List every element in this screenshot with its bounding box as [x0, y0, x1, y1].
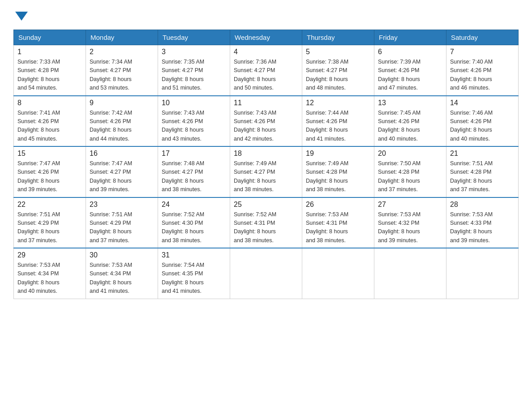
calendar-cell: 11 Sunrise: 7:43 AM Sunset: 4:26 PM Dayl… — [230, 96, 302, 147]
day-number: 14 — [450, 99, 515, 107]
calendar-cell: 14 Sunrise: 7:46 AM Sunset: 4:26 PM Dayl… — [446, 96, 519, 147]
day-info: Sunrise: 7:51 AM Sunset: 4:28 PM Dayligh… — [450, 159, 515, 194]
day-info: Sunrise: 7:47 AM Sunset: 4:27 PM Dayligh… — [90, 159, 154, 194]
day-number: 20 — [378, 150, 442, 158]
calendar-cell: 12 Sunrise: 7:44 AM Sunset: 4:26 PM Dayl… — [302, 96, 374, 147]
calendar-week-row: 29 Sunrise: 7:53 AM Sunset: 4:34 PM Dayl… — [14, 248, 519, 299]
calendar-cell — [446, 248, 519, 299]
calendar-cell: 15 Sunrise: 7:47 AM Sunset: 4:26 PM Dayl… — [14, 146, 86, 197]
calendar-cell: 29 Sunrise: 7:53 AM Sunset: 4:34 PM Dayl… — [14, 248, 86, 299]
day-info: Sunrise: 7:48 AM Sunset: 4:27 PM Dayligh… — [162, 159, 226, 194]
day-number: 17 — [162, 150, 226, 158]
calendar-cell: 1 Sunrise: 7:33 AM Sunset: 4:28 PM Dayli… — [14, 45, 86, 96]
calendar-cell: 9 Sunrise: 7:42 AM Sunset: 4:26 PM Dayli… — [86, 96, 158, 147]
page-header — [13, 11, 519, 21]
calendar-body: 1 Sunrise: 7:33 AM Sunset: 4:28 PM Dayli… — [14, 45, 519, 299]
day-number: 12 — [306, 99, 370, 107]
calendar-cell: 13 Sunrise: 7:45 AM Sunset: 4:26 PM Dayl… — [374, 96, 446, 147]
day-number: 31 — [162, 251, 226, 259]
day-info: Sunrise: 7:43 AM Sunset: 4:26 PM Dayligh… — [234, 109, 298, 144]
calendar-cell: 4 Sunrise: 7:36 AM Sunset: 4:27 PM Dayli… — [230, 45, 302, 96]
calendar-week-row: 8 Sunrise: 7:41 AM Sunset: 4:26 PM Dayli… — [14, 96, 519, 147]
day-info: Sunrise: 7:53 AM Sunset: 4:34 PM Dayligh… — [17, 261, 82, 296]
day-info: Sunrise: 7:41 AM Sunset: 4:26 PM Dayligh… — [17, 109, 82, 144]
day-number: 4 — [234, 48, 298, 56]
day-number: 6 — [378, 48, 442, 56]
weekday-header-wednesday: Wednesday — [230, 30, 302, 45]
calendar-cell: 17 Sunrise: 7:48 AM Sunset: 4:27 PM Dayl… — [158, 146, 230, 197]
day-number: 21 — [450, 150, 515, 158]
day-info: Sunrise: 7:49 AM Sunset: 4:28 PM Dayligh… — [306, 159, 370, 194]
calendar-week-row: 22 Sunrise: 7:51 AM Sunset: 4:29 PM Dayl… — [14, 197, 519, 248]
day-number: 23 — [90, 201, 154, 209]
calendar-cell: 6 Sunrise: 7:39 AM Sunset: 4:26 PM Dayli… — [374, 45, 446, 96]
calendar-cell: 19 Sunrise: 7:49 AM Sunset: 4:28 PM Dayl… — [302, 146, 374, 197]
day-info: Sunrise: 7:53 AM Sunset: 4:32 PM Dayligh… — [378, 210, 442, 245]
day-number: 13 — [378, 99, 442, 107]
calendar-week-row: 15 Sunrise: 7:47 AM Sunset: 4:26 PM Dayl… — [14, 146, 519, 197]
weekday-header-sunday: Sunday — [14, 30, 86, 45]
day-info: Sunrise: 7:45 AM Sunset: 4:26 PM Dayligh… — [378, 109, 442, 144]
weekday-header-tuesday: Tuesday — [158, 30, 230, 45]
day-info: Sunrise: 7:51 AM Sunset: 4:29 PM Dayligh… — [17, 210, 82, 245]
day-number: 28 — [450, 201, 515, 209]
day-info: Sunrise: 7:40 AM Sunset: 4:26 PM Dayligh… — [450, 58, 515, 93]
day-number: 27 — [378, 201, 442, 209]
calendar-cell: 5 Sunrise: 7:38 AM Sunset: 4:27 PM Dayli… — [302, 45, 374, 96]
day-number: 3 — [162, 48, 226, 56]
calendar-cell: 2 Sunrise: 7:34 AM Sunset: 4:27 PM Dayli… — [86, 45, 158, 96]
logo — [13, 11, 28, 21]
calendar-cell: 31 Sunrise: 7:54 AM Sunset: 4:35 PM Dayl… — [158, 248, 230, 299]
weekday-header-saturday: Saturday — [446, 30, 519, 45]
calendar-cell: 23 Sunrise: 7:51 AM Sunset: 4:29 PM Dayl… — [86, 197, 158, 248]
calendar-cell: 3 Sunrise: 7:35 AM Sunset: 4:27 PM Dayli… — [158, 45, 230, 96]
calendar-cell: 10 Sunrise: 7:43 AM Sunset: 4:26 PM Dayl… — [158, 96, 230, 147]
day-info: Sunrise: 7:47 AM Sunset: 4:26 PM Dayligh… — [17, 159, 82, 194]
day-number: 11 — [234, 99, 298, 107]
calendar-cell: 22 Sunrise: 7:51 AM Sunset: 4:29 PM Dayl… — [14, 197, 86, 248]
calendar-week-row: 1 Sunrise: 7:33 AM Sunset: 4:28 PM Dayli… — [14, 45, 519, 96]
calendar-cell: 7 Sunrise: 7:40 AM Sunset: 4:26 PM Dayli… — [446, 45, 519, 96]
day-number: 22 — [17, 201, 82, 209]
day-info: Sunrise: 7:50 AM Sunset: 4:28 PM Dayligh… — [378, 159, 442, 194]
logo-triangle-icon — [15, 12, 28, 21]
day-number: 1 — [17, 48, 82, 56]
weekday-header-row: SundayMondayTuesdayWednesdayThursdayFrid… — [14, 30, 519, 45]
day-info: Sunrise: 7:44 AM Sunset: 4:26 PM Dayligh… — [306, 109, 370, 144]
calendar-table: SundayMondayTuesdayWednesdayThursdayFrid… — [13, 30, 519, 299]
day-info: Sunrise: 7:36 AM Sunset: 4:27 PM Dayligh… — [234, 58, 298, 93]
day-number: 5 — [306, 48, 370, 56]
day-info: Sunrise: 7:46 AM Sunset: 4:26 PM Dayligh… — [450, 109, 515, 144]
weekday-header-monday: Monday — [86, 30, 158, 45]
calendar-header: SundayMondayTuesdayWednesdayThursdayFrid… — [14, 30, 519, 45]
day-info: Sunrise: 7:39 AM Sunset: 4:26 PM Dayligh… — [378, 58, 442, 93]
day-info: Sunrise: 7:54 AM Sunset: 4:35 PM Dayligh… — [162, 261, 226, 296]
day-info: Sunrise: 7:51 AM Sunset: 4:29 PM Dayligh… — [90, 210, 154, 245]
day-info: Sunrise: 7:53 AM Sunset: 4:31 PM Dayligh… — [306, 210, 370, 245]
day-number: 9 — [90, 99, 154, 107]
weekday-header-friday: Friday — [374, 30, 446, 45]
calendar-cell — [230, 248, 302, 299]
calendar-cell: 27 Sunrise: 7:53 AM Sunset: 4:32 PM Dayl… — [374, 197, 446, 248]
day-number: 7 — [450, 48, 515, 56]
day-number: 15 — [17, 150, 82, 158]
day-info: Sunrise: 7:43 AM Sunset: 4:26 PM Dayligh… — [162, 109, 226, 144]
day-info: Sunrise: 7:52 AM Sunset: 4:31 PM Dayligh… — [234, 210, 298, 245]
day-number: 26 — [306, 201, 370, 209]
day-number: 29 — [17, 251, 82, 259]
day-number: 8 — [17, 99, 82, 107]
calendar-cell — [374, 248, 446, 299]
calendar-cell — [302, 248, 374, 299]
day-info: Sunrise: 7:38 AM Sunset: 4:27 PM Dayligh… — [306, 58, 370, 93]
weekday-header-thursday: Thursday — [302, 30, 374, 45]
calendar-cell: 16 Sunrise: 7:47 AM Sunset: 4:27 PM Dayl… — [86, 146, 158, 197]
calendar-cell: 30 Sunrise: 7:53 AM Sunset: 4:34 PM Dayl… — [86, 248, 158, 299]
day-number: 19 — [306, 150, 370, 158]
day-number: 10 — [162, 99, 226, 107]
day-number: 24 — [162, 201, 226, 209]
day-number: 16 — [90, 150, 154, 158]
day-number: 25 — [234, 201, 298, 209]
day-info: Sunrise: 7:42 AM Sunset: 4:26 PM Dayligh… — [90, 109, 154, 144]
day-info: Sunrise: 7:35 AM Sunset: 4:27 PM Dayligh… — [162, 58, 226, 93]
day-info: Sunrise: 7:49 AM Sunset: 4:27 PM Dayligh… — [234, 159, 298, 194]
